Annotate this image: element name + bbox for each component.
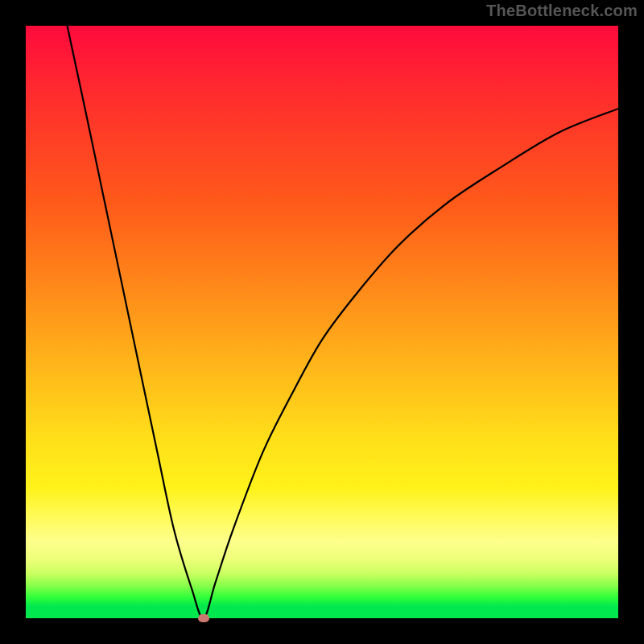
- minimum-marker: [198, 614, 209, 622]
- bottleneck-curve: [26, 26, 618, 618]
- watermark-text: TheBottleneck.com: [486, 2, 638, 20]
- curve-path: [68, 26, 618, 618]
- plot-area: [26, 26, 618, 618]
- chart-frame: TheBottleneck.com: [0, 0, 644, 644]
